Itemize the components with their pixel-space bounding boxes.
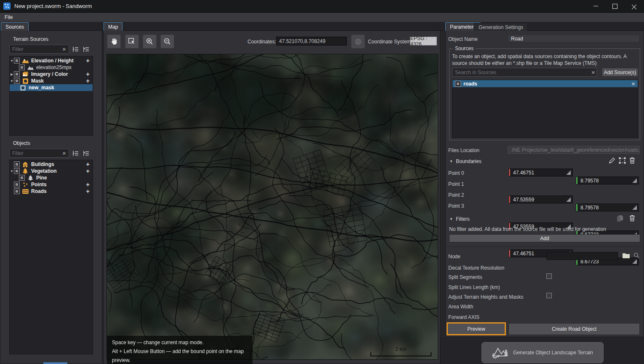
point-0-lon-field[interactable]: 8.79578 bbox=[576, 177, 639, 185]
close-button[interactable] bbox=[625, 0, 644, 13]
drag-handle-icon[interactable] bbox=[566, 197, 571, 202]
roads-checkbox[interactable] bbox=[14, 188, 20, 194]
select-tool-button[interactable] bbox=[125, 35, 139, 48]
point-1-lon-field[interactable]: 8.79578 bbox=[576, 203, 639, 211]
edit-boundaries-button[interactable] bbox=[609, 157, 615, 164]
objects-filter-input[interactable] bbox=[9, 149, 69, 158]
minimize-icon bbox=[593, 6, 598, 6]
maximize-button[interactable] bbox=[605, 0, 625, 13]
collapse-arrow-icon[interactable]: ▼ bbox=[10, 59, 14, 63]
tab-generation-settings[interactable]: Generation Settings bbox=[474, 23, 528, 31]
objects-expand-all-button[interactable] bbox=[82, 149, 90, 158]
filters-header[interactable]: ▼ Filters bbox=[449, 216, 470, 222]
browse-node-button[interactable] bbox=[622, 252, 630, 259]
terrain-sources-tree: ▼ Elevation / Height + elevation25mpx ▶ … bbox=[9, 56, 93, 136]
add-roads-button[interactable]: + bbox=[86, 188, 90, 195]
tree-row-imagery[interactable]: ▶ Imagery / Color + bbox=[10, 71, 93, 78]
point-1-lat-field[interactable]: 47.53559 bbox=[508, 195, 573, 203]
elevation25mpx-checkbox[interactable] bbox=[19, 64, 25, 70]
object-name-label: Object Name bbox=[448, 36, 478, 42]
terrain-expand-all-button[interactable] bbox=[82, 45, 90, 54]
tree-row-buildings[interactable]: Buildings + bbox=[10, 161, 93, 168]
tree-row-roads[interactable]: Roads + bbox=[10, 188, 93, 195]
point-1-label: Point 1 bbox=[448, 181, 464, 187]
drag-handle-icon[interactable] bbox=[632, 259, 637, 264]
adjust-terrain-checkbox[interactable] bbox=[546, 293, 552, 298]
zoom-in-button[interactable] bbox=[143, 35, 157, 48]
boundaries-header[interactable]: ▼ Boundaries bbox=[449, 158, 482, 164]
delete-boundaries-button[interactable] bbox=[629, 157, 635, 164]
map-canvas[interactable] bbox=[106, 54, 438, 360]
coordinates-input[interactable] bbox=[276, 37, 347, 46]
add-buildings-button[interactable]: + bbox=[86, 161, 90, 168]
add-vegetation-button[interactable]: + bbox=[86, 168, 90, 174]
add-mask-source-button[interactable]: + bbox=[86, 78, 90, 84]
objects-collapse-all-button[interactable] bbox=[71, 149, 80, 158]
add-elevation-source-button[interactable]: + bbox=[86, 57, 90, 64]
map-panel: Coordinates: Coordinate System: EPSG : 4… bbox=[104, 31, 440, 364]
delete-filters-button[interactable] bbox=[629, 215, 635, 222]
points-checkbox[interactable] bbox=[14, 182, 20, 187]
add-imagery-source-button[interactable]: + bbox=[86, 71, 90, 78]
buildings-checkbox[interactable] bbox=[14, 161, 20, 167]
drag-handle-icon[interactable] bbox=[566, 170, 571, 175]
objects-tree: Buildings + ▼ Vegetation + Pine Points + bbox=[9, 160, 93, 354]
tab-map[interactable]: Map bbox=[104, 22, 122, 31]
point-3-label: Point 3 bbox=[448, 203, 464, 209]
elevation-sub-icon bbox=[27, 64, 34, 70]
point-0-label: Point 0 bbox=[448, 170, 464, 176]
source-row-roads[interactable]: roads × bbox=[452, 80, 638, 87]
title-bar: New project.sworm - Sandworm bbox=[0, 0, 644, 13]
generate-terrain-button[interactable]: Generate Object Landscape Terrain bbox=[482, 342, 604, 363]
paste-filter-button[interactable] bbox=[617, 215, 623, 222]
search-node-button[interactable] bbox=[633, 252, 640, 259]
terrain-collapse-all-button[interactable] bbox=[71, 45, 80, 54]
pine-icon bbox=[27, 175, 34, 181]
map-scale-label: 2 km bbox=[370, 346, 431, 352]
zoom-out-button[interactable] bbox=[160, 35, 174, 48]
minimize-button[interactable] bbox=[586, 0, 605, 13]
tree-row-mask[interactable]: ▼ Mask + bbox=[10, 78, 93, 84]
collapse-arrow-icon[interactable]: ▼ bbox=[10, 79, 14, 83]
terrain-filter-input[interactable] bbox=[9, 45, 69, 54]
tree-row-new-mask[interactable]: new_mask bbox=[10, 84, 93, 91]
object-name-input[interactable] bbox=[508, 35, 640, 43]
source-remove-icon[interactable]: × bbox=[631, 82, 635, 86]
drag-handle-icon[interactable] bbox=[632, 178, 637, 183]
point-0-lat-field[interactable]: 47.46751 bbox=[508, 169, 573, 177]
create-road-object-button[interactable]: Create Road Object bbox=[508, 323, 640, 335]
vegetation-checkbox[interactable] bbox=[14, 168, 20, 174]
tree-row-vegetation[interactable]: ▼ Vegetation + bbox=[10, 168, 93, 174]
objects-filter-clear-icon[interactable]: × bbox=[62, 151, 66, 155]
elevation-checkbox[interactable] bbox=[14, 58, 20, 64]
imagery-checkbox[interactable] bbox=[14, 71, 20, 77]
pan-tool-button[interactable] bbox=[107, 35, 121, 48]
add-filter-button[interactable]: Add bbox=[449, 234, 640, 242]
tree-row-elevation25mpx[interactable]: elevation25mpx bbox=[10, 64, 93, 71]
split-segments-checkbox[interactable] bbox=[546, 273, 552, 279]
terrain-filter-clear-icon[interactable]: × bbox=[62, 47, 66, 51]
add-points-button[interactable]: + bbox=[86, 181, 90, 188]
select-boundaries-button[interactable] bbox=[619, 157, 626, 164]
reproject-button[interactable] bbox=[351, 35, 365, 48]
tree-row-label: new_mask bbox=[29, 85, 54, 91]
pine-checkbox[interactable] bbox=[19, 175, 25, 181]
node-input[interactable] bbox=[546, 252, 618, 260]
filters-empty-text: No filter added. All data from the sourc… bbox=[449, 226, 606, 232]
expand-arrow-icon[interactable]: ▶ bbox=[10, 72, 14, 76]
tab-sources[interactable]: Sources bbox=[1, 22, 29, 31]
menu-file[interactable]: File bbox=[0, 13, 17, 22]
sources-search-clear-icon[interactable]: × bbox=[591, 70, 595, 75]
points-icon bbox=[21, 182, 29, 187]
source-roads-checkbox[interactable] bbox=[455, 81, 461, 87]
mask-checkbox[interactable] bbox=[14, 78, 20, 84]
drag-handle-icon[interactable] bbox=[632, 205, 637, 210]
preview-button[interactable]: Preview bbox=[447, 322, 506, 335]
tree-row-points[interactable]: Points + bbox=[10, 181, 93, 188]
tree-row-label: Elevation / Height bbox=[31, 58, 74, 64]
tree-row-elevation[interactable]: ▼ Elevation / Height + bbox=[10, 57, 93, 64]
collapse-arrow-icon[interactable]: ▼ bbox=[10, 169, 14, 173]
add-sources-button[interactable]: Add Source(s) bbox=[602, 68, 638, 77]
tree-row-pine[interactable]: Pine bbox=[10, 174, 93, 181]
sources-search-input[interactable] bbox=[452, 68, 597, 77]
